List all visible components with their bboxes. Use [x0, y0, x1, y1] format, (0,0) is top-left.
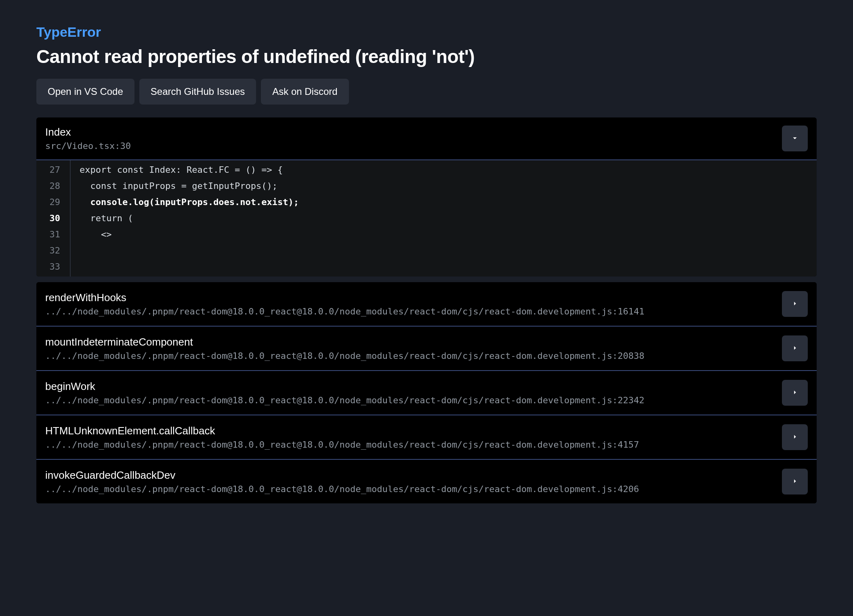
frame-path: ../../node_modules/.pnpm/react-dom@18.0.…	[45, 395, 775, 405]
frame-title: Index	[45, 126, 775, 138]
caret-right-icon	[790, 477, 799, 487]
frame-path: ../../node_modules/.pnpm/react-dom@18.0.…	[45, 351, 775, 361]
caret-right-icon	[790, 344, 799, 354]
code-lines: export const Index: React.FC = () => { c…	[71, 160, 817, 277]
frame-header: HTMLUnknownElement.callCallback../../nod…	[36, 415, 817, 459]
line-number: 33	[36, 259, 64, 275]
expand-button[interactable]	[782, 291, 808, 317]
frame-path: ../../node_modules/.pnpm/react-dom@18.0.…	[45, 484, 775, 494]
line-numbers: 27282930313233	[36, 160, 71, 277]
frame-info: mountIndeterminateComponent../../node_mo…	[45, 336, 775, 361]
code-line: const inputProps = getInputProps();	[71, 178, 817, 194]
stack-frame: mountIndeterminateComponent../../node_mo…	[36, 327, 817, 371]
action-buttons: Open in VS Code Search GitHub Issues Ask…	[36, 79, 817, 105]
frame-info: beginWork../../node_modules/.pnpm/react-…	[45, 380, 775, 405]
code-line: console.log(inputProps.does.not.exist);	[71, 194, 817, 210]
open-vscode-button[interactable]: Open in VS Code	[36, 79, 134, 105]
line-number: 27	[36, 162, 64, 178]
stack-list: renderWithHooks../../node_modules/.pnpm/…	[36, 282, 817, 503]
stack-frame: renderWithHooks../../node_modules/.pnpm/…	[36, 282, 817, 327]
frame-header: invokeGuardedCallbackDev../../node_modul…	[36, 460, 817, 503]
caret-right-icon	[790, 432, 799, 442]
stack-frame: invokeGuardedCallbackDev../../node_modul…	[36, 460, 817, 503]
frame-path: src/Video.tsx:30	[45, 141, 775, 151]
code-line: export const Index: React.FC = () => {	[71, 162, 817, 178]
expand-button[interactable]	[782, 380, 808, 406]
line-number: 28	[36, 178, 64, 194]
caret-right-icon	[790, 388, 799, 398]
frame-info: Index src/Video.tsx:30	[45, 126, 775, 151]
ask-discord-button[interactable]: Ask on Discord	[261, 79, 349, 105]
caret-right-icon	[790, 299, 799, 309]
error-message: Cannot read properties of undefined (rea…	[36, 46, 817, 67]
line-number: 30	[36, 210, 64, 226]
line-number: 29	[36, 194, 64, 210]
frame-header: renderWithHooks../../node_modules/.pnpm/…	[36, 282, 817, 326]
frame-info: invokeGuardedCallbackDev../../node_modul…	[45, 469, 775, 494]
code-block: 27282930313233 export const Index: React…	[36, 160, 817, 277]
frame-title: renderWithHooks	[45, 291, 775, 304]
frame-header: beginWork../../node_modules/.pnpm/react-…	[36, 371, 817, 415]
stack-frame: HTMLUnknownElement.callCallback../../nod…	[36, 415, 817, 460]
frame-header: mountIndeterminateComponent../../node_mo…	[36, 327, 817, 370]
frame-path: ../../node_modules/.pnpm/react-dom@18.0.…	[45, 440, 775, 450]
frame-info: HTMLUnknownElement.callCallback../../nod…	[45, 425, 775, 450]
code-line: return (	[71, 210, 817, 226]
error-type: TypeError	[36, 24, 817, 40]
frame-title: mountIndeterminateComponent	[45, 336, 775, 348]
frame-title: HTMLUnknownElement.callCallback	[45, 425, 775, 437]
expand-button[interactable]	[782, 424, 808, 450]
frame-header: Index src/Video.tsx:30	[36, 117, 817, 159]
collapse-button[interactable]	[782, 126, 808, 151]
frame-title: invokeGuardedCallbackDev	[45, 469, 775, 482]
search-github-button[interactable]: Search GitHub Issues	[139, 79, 256, 105]
expand-button[interactable]	[782, 469, 808, 494]
code-line: <>	[71, 226, 817, 243]
frame-title: beginWork	[45, 380, 775, 393]
line-number: 32	[36, 243, 64, 259]
code-preview: 27282930313233 export const Index: React…	[36, 159, 817, 277]
stack-frame: beginWork../../node_modules/.pnpm/react-…	[36, 371, 817, 415]
frame-path: ../../node_modules/.pnpm/react-dom@18.0.…	[45, 306, 775, 316]
stack-frame-expanded: Index src/Video.tsx:30 27282930313233 ex…	[36, 117, 817, 277]
line-number: 31	[36, 226, 64, 243]
frame-info: renderWithHooks../../node_modules/.pnpm/…	[45, 291, 775, 316]
caret-down-icon	[790, 134, 799, 144]
expand-button[interactable]	[782, 335, 808, 361]
